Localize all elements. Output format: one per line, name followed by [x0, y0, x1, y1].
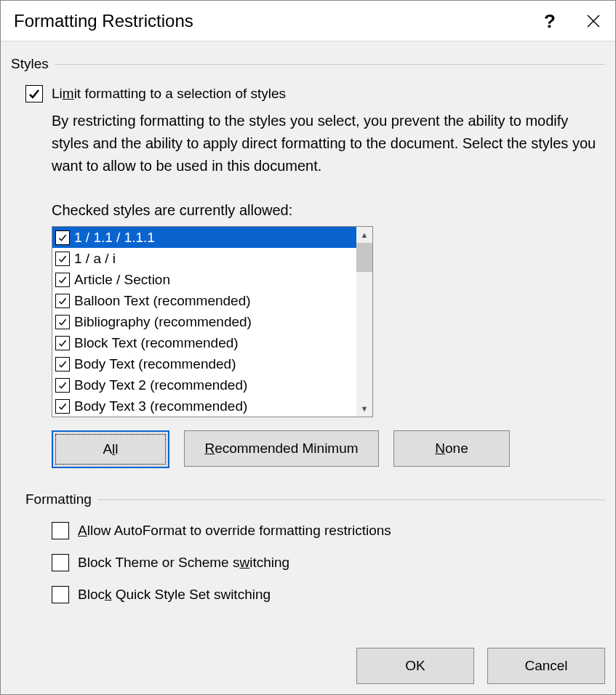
scroll-thumb[interactable] [356, 243, 372, 272]
close-icon [586, 14, 601, 28]
formatting-checkbox-1[interactable]: Block Theme or Scheme switching [52, 554, 605, 571]
checkbox-icon [55, 273, 70, 287]
list-item-label: 1 / a / i [74, 251, 116, 267]
ok-button[interactable]: OK [356, 648, 474, 684]
cancel-button[interactable]: Cancel [487, 648, 605, 684]
checkbox-icon [55, 336, 70, 350]
checkbox-icon [55, 315, 70, 329]
list-item-label: Block Text (recommended) [74, 335, 239, 351]
styles-list-header: Checked styles are currently allowed: [52, 202, 605, 219]
formatting-checkbox-label: Allow AutoFormat to override formatting … [78, 523, 391, 539]
formatting-checkbox-label: Block Quick Style Set switching [78, 587, 271, 603]
checkbox-icon [55, 357, 70, 371]
list-item[interactable]: Body Text 2 (recommended) [52, 374, 356, 395]
checkbox-icon [55, 230, 70, 245]
scroll-up-icon[interactable]: ▲ [356, 227, 372, 243]
scroll-down-icon[interactable]: ▼ [356, 401, 372, 417]
list-item[interactable]: Body Text (recommended) [52, 353, 356, 374]
listbox-scrollbar[interactable]: ▲ ▼ [356, 227, 372, 417]
checkbox-icon [25, 85, 43, 103]
formatting-checkbox-2[interactable]: Block Quick Style Set switching [52, 586, 605, 603]
checkbox-icon [55, 294, 70, 308]
list-item-label: 1 / 1.1 / 1.1.1 [74, 230, 155, 246]
list-item[interactable]: 1 / a / i [52, 248, 356, 269]
list-item[interactable]: Bibliography (recommended) [52, 311, 356, 332]
styles-section-label: Styles [11, 56, 605, 72]
title-bar: Formatting Restrictions ? [1, 1, 615, 41]
dialog-title: Formatting Restrictions [14, 11, 528, 31]
list-item-label: Article / Section [74, 272, 170, 288]
list-item-label: Body Text 3 (recommended) [74, 398, 247, 414]
help-button[interactable]: ? [528, 1, 572, 41]
formatting-checkbox-0[interactable]: Allow AutoFormat to override formatting … [52, 522, 605, 539]
description-text: By restricting formatting to the styles … [52, 110, 605, 177]
checkbox-icon [55, 378, 70, 393]
formatting-section-label: Formatting [25, 491, 605, 507]
checkbox-icon [52, 554, 69, 571]
checkbox-icon [52, 586, 69, 603]
list-item[interactable]: Balloon Text (recommended) [52, 290, 356, 311]
recommended-minimum-button[interactable]: Recommended Minimum [184, 430, 379, 467]
checkbox-icon [55, 399, 70, 414]
none-button[interactable]: None [393, 430, 510, 467]
list-item[interactable]: Article / Section [52, 269, 356, 290]
list-item[interactable]: Block Text (recommended) [52, 332, 356, 353]
styles-listbox[interactable]: 1 / 1.1 / 1.1.11 / a / iArticle / Sectio… [52, 226, 373, 417]
close-button[interactable] [572, 1, 615, 41]
list-item-label: Balloon Text (recommended) [74, 293, 251, 309]
checkbox-icon [52, 522, 69, 539]
list-item-label: Body Text (recommended) [74, 356, 236, 372]
list-item-label: Body Text 2 (recommended) [74, 377, 247, 393]
all-button[interactable]: All [52, 430, 169, 468]
list-item[interactable]: Body Text 3 (recommended) [52, 395, 356, 417]
list-item-label: Bibliography (recommended) [74, 314, 252, 330]
limit-formatting-checkbox[interactable]: Limit formatting to a selection of style… [25, 85, 605, 103]
formatting-checkbox-label: Block Theme or Scheme switching [78, 555, 289, 571]
list-item[interactable]: 1 / 1.1 / 1.1.1 [52, 227, 356, 248]
limit-formatting-label: Limit formatting to a selection of style… [52, 86, 286, 102]
checkbox-icon [55, 252, 70, 266]
